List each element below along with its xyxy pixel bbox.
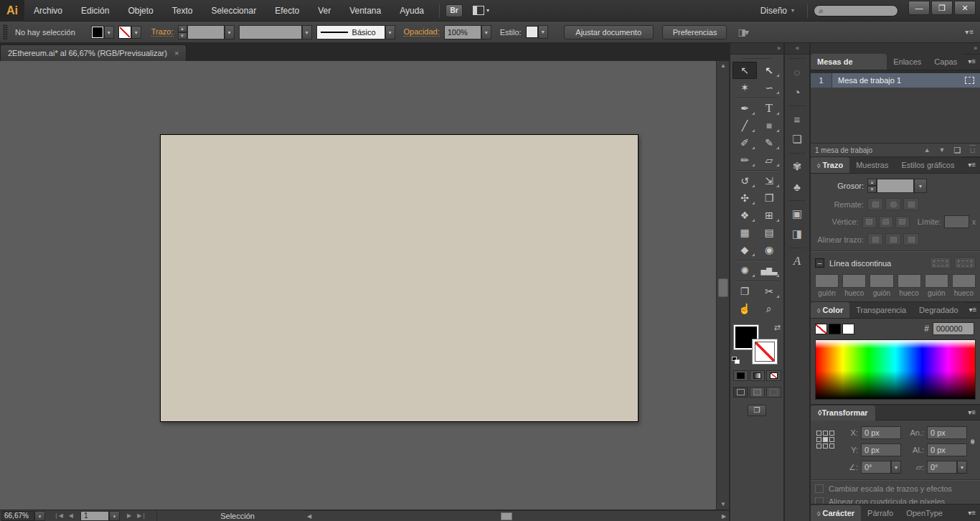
menu-seleccionar[interactable]: Seleccionar bbox=[202, 0, 265, 22]
graphic-style-dropdown[interactable]: ▾ bbox=[538, 25, 548, 39]
join-miter-button[interactable] bbox=[862, 216, 877, 228]
graphic-styles-panel-icon[interactable]: ▣ bbox=[785, 204, 809, 224]
none-swatch[interactable] bbox=[815, 324, 827, 334]
default-fill-stroke-icon[interactable] bbox=[732, 357, 741, 365]
brush-definition-dropdown[interactable]: ▾ bbox=[385, 25, 395, 39]
stroke-color-control[interactable]: ▾ bbox=[118, 26, 141, 39]
collapsed-dock-header[interactable]: « bbox=[785, 43, 809, 55]
selection-tool[interactable]: ↖ bbox=[732, 62, 757, 79]
next-artboard-button[interactable]: ▶ bbox=[124, 512, 134, 519]
stroke-weight-dropdown[interactable]: ▾ bbox=[225, 25, 235, 39]
mesh-tool[interactable]: ▦ bbox=[732, 224, 757, 241]
control-panel-menu-icon[interactable]: ▾≡ bbox=[965, 28, 974, 36]
dash-field-2[interactable] bbox=[870, 274, 893, 288]
drag-handle[interactable] bbox=[789, 152, 805, 155]
canvas[interactable] bbox=[0, 61, 716, 510]
artboard-list-item[interactable]: 1 Mesa de trabajo 1 bbox=[811, 73, 980, 88]
column-graph-tool[interactable]: ▅▇▃ bbox=[757, 262, 781, 279]
artboard[interactable] bbox=[160, 134, 639, 422]
align-center-button[interactable] bbox=[867, 233, 883, 245]
dash-field-1[interactable] bbox=[815, 274, 839, 288]
first-artboard-button[interactable]: ❘◀ bbox=[51, 512, 66, 519]
restore-button[interactable]: ❐ bbox=[931, 1, 953, 15]
collapse-icon[interactable]: ◊ bbox=[817, 510, 820, 517]
graphic-style-swatch[interactable] bbox=[526, 26, 538, 38]
align-outside-button[interactable] bbox=[903, 233, 919, 245]
magic-wand-tool[interactable]: ✶ bbox=[732, 79, 757, 96]
panel-menu-icon[interactable]: ▾≡ bbox=[963, 157, 980, 173]
gradient-mode-button[interactable] bbox=[750, 370, 765, 381]
bridge-button[interactable]: Br bbox=[446, 4, 463, 17]
gradient-tool[interactable]: ▤ bbox=[757, 224, 781, 241]
menu-archivo[interactable]: Archivo bbox=[24, 0, 72, 22]
tab-parrafo[interactable]: Párrafo bbox=[861, 505, 900, 521]
step-down-icon[interactable]: ▼ bbox=[178, 32, 187, 39]
drag-handle[interactable] bbox=[789, 200, 805, 202]
horizontal-scrollbar[interactable]: ◀ ▶ bbox=[304, 510, 729, 521]
opacity-panel-link[interactable]: Opacidad: bbox=[404, 27, 440, 37]
screen-mode-button[interactable]: ❐ bbox=[748, 405, 766, 416]
tools-panel-header[interactable]: » bbox=[730, 43, 783, 55]
previous-artboard-button[interactable]: ◀ bbox=[66, 512, 76, 519]
align-inside-button[interactable] bbox=[885, 233, 901, 245]
horizontal-scroll-thumb[interactable] bbox=[501, 512, 512, 520]
scroll-left-icon[interactable]: ◀ bbox=[304, 511, 314, 521]
drag-handle[interactable] bbox=[789, 247, 805, 250]
arrange-documents-button[interactable]: ▾ bbox=[473, 6, 489, 15]
width-profile-dropdown[interactable]: ▾ bbox=[302, 25, 312, 39]
drag-handle[interactable] bbox=[3, 24, 8, 40]
gap-field-3[interactable] bbox=[952, 274, 976, 288]
menu-efecto[interactable]: Efecto bbox=[265, 0, 308, 22]
free-transform-tool[interactable]: ❒ bbox=[757, 189, 781, 207]
rotate-tool[interactable]: ↺ bbox=[732, 172, 757, 189]
fill-color-control[interactable]: ▾ bbox=[91, 26, 114, 39]
draw-normal-button[interactable] bbox=[733, 387, 748, 398]
panel-menu-icon[interactable]: ▾≡ bbox=[963, 54, 980, 70]
tab-trazo[interactable]: ◊Trazo bbox=[811, 157, 849, 173]
draw-behind-button[interactable] bbox=[750, 387, 765, 398]
menu-edicion[interactable]: Edición bbox=[72, 0, 118, 22]
gap-field-1[interactable] bbox=[842, 274, 866, 288]
dock-header[interactable]: » bbox=[811, 43, 980, 55]
preferences-button[interactable]: Preferencias bbox=[662, 25, 727, 39]
pen-tool[interactable]: ✒ bbox=[732, 100, 757, 117]
dashed-line-checkbox[interactable]: – bbox=[815, 258, 824, 268]
paintbrush-tool[interactable]: ✐ bbox=[732, 134, 757, 151]
scroll-down-icon[interactable]: ▼ bbox=[717, 499, 730, 510]
shear-dropdown[interactable]: ▾ bbox=[957, 461, 967, 474]
symbol-sprayer-tool[interactable]: ✺ bbox=[732, 262, 757, 279]
direct-selection-tool[interactable]: ↖ bbox=[757, 62, 781, 79]
zoom-level-field[interactable]: 66,67% bbox=[1, 511, 34, 521]
vertical-scroll-thumb[interactable] bbox=[718, 278, 728, 297]
width-field[interactable]: 0 px bbox=[927, 426, 967, 439]
vertical-scrollbar[interactable]: ▲ ▼ bbox=[716, 61, 729, 510]
perspective-grid-tool[interactable]: ⊞ bbox=[757, 207, 781, 224]
menu-ventana[interactable]: Ventana bbox=[340, 0, 390, 22]
tab-caracter[interactable]: ◊Carácter bbox=[811, 505, 861, 521]
color-mode-button[interactable] bbox=[733, 370, 748, 381]
brush-definition-field[interactable]: Básico bbox=[316, 25, 385, 39]
menu-texto[interactable]: Texto bbox=[163, 0, 202, 22]
tab-degradado[interactable]: Degradado bbox=[913, 302, 964, 318]
slice-tool[interactable]: ✂ bbox=[757, 283, 781, 300]
eraser-tool[interactable]: ▱ bbox=[757, 151, 781, 169]
select-similar-icon[interactable]: ◨▾ bbox=[738, 27, 748, 37]
swap-fill-stroke-icon[interactable]: ⇄ bbox=[774, 323, 781, 332]
align-panel-icon[interactable]: ≡ bbox=[785, 109, 809, 129]
document-tab[interactable]: 2Ethereum.ai* al 66,67% (RGB/Previsualiz… bbox=[0, 44, 187, 61]
step-up-icon[interactable]: ▲ bbox=[867, 179, 877, 186]
tab-enlaces[interactable]: Enlaces bbox=[887, 54, 928, 70]
x-field[interactable]: 0 px bbox=[861, 426, 901, 439]
dashed-circle-panel-icon[interactable]: ◌ bbox=[785, 62, 809, 82]
panel-menu-icon[interactable]: ▾≡ bbox=[963, 405, 980, 421]
delete-artboard-icon[interactable]: ⊔ bbox=[969, 146, 976, 155]
align-dash-button[interactable] bbox=[954, 257, 976, 269]
none-mode-button[interactable] bbox=[766, 370, 781, 381]
white-swatch[interactable] bbox=[842, 324, 854, 334]
scale-strokes-checkbox[interactable] bbox=[815, 484, 824, 493]
tab-opentype[interactable]: OpenType bbox=[900, 505, 949, 521]
tab-color[interactable]: ◊Color bbox=[811, 302, 849, 318]
gap-field-2[interactable] bbox=[897, 274, 921, 288]
opacity-dropdown[interactable]: ▾ bbox=[481, 25, 491, 39]
reference-point-locator[interactable] bbox=[816, 431, 835, 449]
